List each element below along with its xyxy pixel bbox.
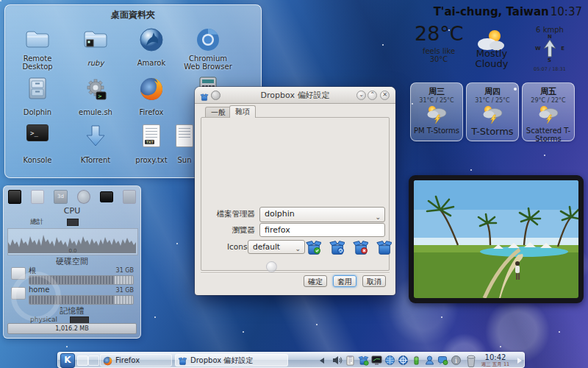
desktop-icon-ruby[interactable]: ruby <box>68 27 123 68</box>
weather-widget: T'ai-chung, Taiwan10:37 28°C feels like … <box>403 3 585 146</box>
tray-collapse-arrow-icon[interactable] <box>320 358 324 364</box>
terminal-icon: >_ <box>10 124 65 151</box>
tab-misc[interactable]: 雜項 <box>229 105 256 118</box>
resort-photo <box>414 180 578 298</box>
dialog-title-bar[interactable]: Dropbox 偏好設定 ⌄ ⌃ ✕ <box>195 87 395 104</box>
messenger-icon[interactable] <box>437 355 449 367</box>
display-icon[interactable] <box>371 355 383 367</box>
folder-script-icon <box>68 27 123 54</box>
firefox-icon <box>123 77 179 103</box>
photo-frame-widget <box>409 175 584 303</box>
tab-general[interactable]: 一般 <box>205 107 232 118</box>
dropbox-icon-error[interactable] <box>352 238 368 255</box>
desktop-icon-chromium[interactable]: Chromium Web Browser <box>180 27 236 72</box>
apply-button[interactable]: 套用 <box>333 275 356 287</box>
gear-script-icon: > <box>68 77 123 103</box>
dropbox-tray-icon[interactable] <box>358 355 370 367</box>
iconset-combobox[interactable]: default ⌄ <box>248 240 305 254</box>
wind-compass: N W E S <box>535 34 564 65</box>
kde-launcher-button[interactable]: K <box>60 353 75 368</box>
ok-button[interactable]: 確定 <box>304 275 327 287</box>
cpu-current-value: 0.0 <box>8 248 137 254</box>
browser-label: 瀏覽器 <box>201 225 255 236</box>
drive-tab-icon[interactable] <box>31 190 44 204</box>
weather-header: T'ai-chung, Taiwan10:37 <box>403 4 582 18</box>
chevron-down-icon: ⌄ <box>375 210 381 224</box>
download-arrow-icon <box>68 124 123 151</box>
network-tab-icon[interactable] <box>77 190 90 204</box>
amarok-wolf-icon <box>123 27 179 54</box>
system-monitor-widget: 3d CPU 總計 0.0 硬碟空間 根 31 GB home 31 GB 記憶… <box>3 185 141 339</box>
file-manager-label: 檔案管理器 <box>201 209 255 219</box>
memory-total-bar: 1,016.2 MB <box>7 323 137 334</box>
chevron-down-icon: ⌄ <box>295 243 301 255</box>
file-cabinet-icon <box>10 77 65 103</box>
tstorm-icon <box>481 104 503 124</box>
file-manager-combobox[interactable]: dolphin ⌄ <box>259 207 385 222</box>
forecast-card-wednesday: 周三 31°C / 25°C PM T-Storms <box>410 82 463 141</box>
konqueror-icon[interactable] <box>398 355 409 367</box>
iconset-label: Iconset <box>201 242 255 251</box>
tstorm-icon <box>537 104 559 124</box>
taskbar-panel: K Firefox Dropbox 偏好設定 i 10:42 週三 五月 11 <box>57 352 525 368</box>
dropbox-icon <box>178 356 187 367</box>
panel-expander-icon[interactable] <box>517 358 522 364</box>
harddisk-tab-icon[interactable] <box>8 190 21 204</box>
desktop-folder-title: 桌面資料夾 <box>5 9 261 21</box>
disk-root-size: 31 GB <box>116 267 134 274</box>
kde-watermark <box>11 272 61 322</box>
folder-icon <box>10 27 65 54</box>
dialog-watermark <box>266 261 277 272</box>
tstorm-icon <box>426 104 448 124</box>
clock-date: 週三 五月 11 <box>474 361 517 367</box>
cpu-section-title: CPU <box>4 206 140 216</box>
dropbox-icon-sync[interactable] <box>329 238 345 255</box>
minimize-button[interactable]: ⌄ <box>356 91 366 100</box>
svg-text:i: i <box>455 357 457 364</box>
browser-input[interactable]: firefox <box>259 223 385 237</box>
desktop-icon-remote-desktop[interactable]: Remote Desktop <box>10 27 65 72</box>
3d-tab-icon[interactable]: 3d <box>54 190 67 204</box>
cpu-tab-icon[interactable] <box>123 190 136 204</box>
firefox-icon <box>103 356 112 367</box>
info-icon[interactable]: i <box>451 355 462 367</box>
task-firefox[interactable]: Firefox <box>100 354 172 367</box>
ram-tab-icon[interactable] <box>100 191 113 202</box>
user-status-icon[interactable] <box>424 355 436 367</box>
dropbox-icon-plain[interactable] <box>376 238 392 255</box>
maximize-button[interactable]: ⌃ <box>368 91 377 100</box>
forecast-card-thursday: 周四 31°C / 25°C T-Storms <box>466 82 519 141</box>
pager-desktop-2[interactable] <box>88 355 99 366</box>
forecast-row: 周三 31°C / 25°C PM T-Storms 周四 31°C / 25°… <box>410 82 578 141</box>
button-separator <box>201 272 390 273</box>
pager-desktop-1[interactable] <box>77 355 88 366</box>
weather-condition: Mostly Cloudy <box>466 49 517 69</box>
cpu-legend-label: 總計 <box>30 217 43 227</box>
sunrise-sunset-times: 05:07 / 18:31 <box>523 66 576 72</box>
clock-time: 10:42 <box>474 353 517 361</box>
battery-icon[interactable] <box>411 355 423 367</box>
desktop-icon-dolphin[interactable]: Dolphin <box>10 77 65 118</box>
svg-text:>: > <box>98 93 102 99</box>
desktop-icon-amarok[interactable]: Amarok <box>123 27 179 68</box>
weather-wind-speed: 6 kmph <box>523 26 576 34</box>
chromium-icon <box>180 27 236 54</box>
desktop-icon-firefox[interactable]: Firefox <box>123 77 179 118</box>
close-button[interactable]: ✕ <box>380 91 390 100</box>
desktop-icon-ktorrent[interactable]: KTorrent <box>68 124 123 166</box>
dropbox-preferences-dialog: Dropbox 偏好設定 ⌄ ⌃ ✕ 一般 雜項 檔案管理器 dolphin ⌄… <box>195 87 395 295</box>
cpu-history-graph: 0.0 <box>7 228 138 255</box>
desktop-icon-emule-sh[interactable]: > emule.sh <box>68 77 123 118</box>
wallpaper-sparkles <box>0 0 1 1</box>
wind-direction-arrow <box>542 39 558 58</box>
task-dropbox-preferences[interactable]: Dropbox 偏好設定 <box>175 354 288 367</box>
disk-section-title: 硬碟空間 <box>4 256 140 267</box>
desktop-icon-konsole[interactable]: >_ Konsole <box>10 124 65 166</box>
weather-feels-like: feels like 30°C <box>413 47 465 63</box>
dropbox-icon-ok[interactable] <box>305 238 321 255</box>
clipboard-icon[interactable] <box>345 355 356 367</box>
cancel-button[interactable]: 取消 <box>362 275 386 287</box>
volume-icon[interactable] <box>331 355 343 367</box>
network-globe-icon[interactable] <box>384 355 396 367</box>
panel-clock[interactable]: 10:42 週三 五月 11 <box>474 353 517 367</box>
